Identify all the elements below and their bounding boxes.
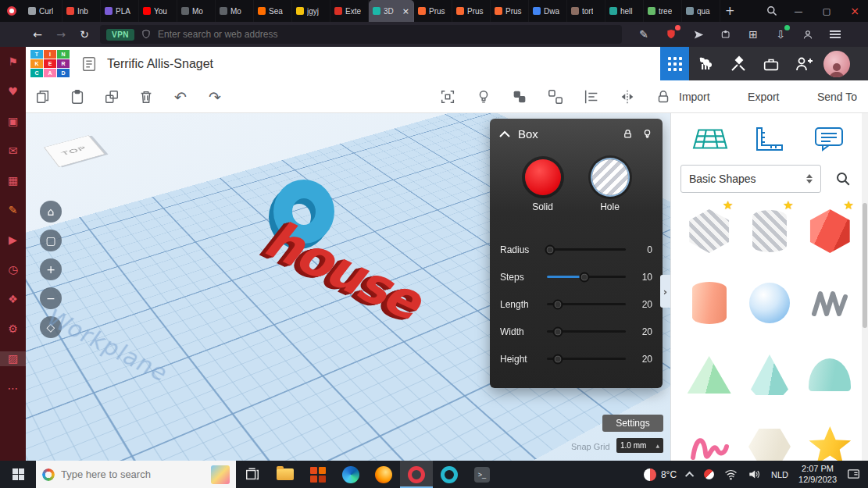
taskbar-search-input[interactable] xyxy=(61,468,205,480)
design-title[interactable]: Terrific Allis-Snaget xyxy=(107,57,213,71)
browser-tab[interactable]: You xyxy=(139,0,177,22)
taskbar-clock[interactable]: 2:07 PM 12/9/2023 xyxy=(798,464,837,486)
group-button[interactable] xyxy=(510,87,529,106)
slider-track[interactable] xyxy=(547,330,626,333)
language-indicator[interactable]: NLD xyxy=(771,470,788,479)
browser-tab[interactable]: 3D× xyxy=(369,0,414,22)
volume-icon[interactable] xyxy=(748,468,761,480)
copy-button[interactable] xyxy=(34,87,52,106)
back-button[interactable]: ← xyxy=(30,28,45,41)
browser-tab[interactable]: Prus xyxy=(452,0,491,22)
taskbar-search[interactable] xyxy=(36,461,236,488)
paste-button[interactable] xyxy=(68,87,87,106)
browser-tab[interactable]: tort xyxy=(567,0,605,22)
ruler-button[interactable] xyxy=(746,119,793,159)
browser-tab[interactable]: hell xyxy=(605,0,644,22)
tab-close-button[interactable]: × xyxy=(402,6,409,16)
slider-track[interactable] xyxy=(547,303,626,305)
slider-track[interactable] xyxy=(547,358,626,360)
import-button[interactable]: Import xyxy=(679,91,710,103)
hole-swatch[interactable] xyxy=(592,159,628,195)
shape-box[interactable]: ★ xyxy=(800,201,860,262)
solid-mode-button[interactable]: Solid xyxy=(525,159,561,212)
shape-search-button[interactable] xyxy=(827,165,859,193)
notes-button[interactable] xyxy=(805,119,852,159)
tools-icon[interactable] xyxy=(722,47,755,80)
shape-roof[interactable] xyxy=(800,344,860,405)
slider-handle[interactable] xyxy=(580,272,590,282)
view-cube[interactable]: TOP xyxy=(44,135,105,167)
show-all-button[interactable] xyxy=(438,87,457,106)
favorite-star-icon[interactable]: ★ xyxy=(783,198,793,212)
shape-sphere[interactable] xyxy=(739,272,799,333)
lock-icon[interactable] xyxy=(622,128,634,140)
slider-track[interactable] xyxy=(547,276,626,278)
task-view-button[interactable] xyxy=(236,461,269,488)
extensions-puzzle-icon[interactable] xyxy=(718,27,734,42)
browser-tab[interactable]: PLA xyxy=(101,0,139,22)
printer-icon[interactable]: ▣ xyxy=(0,114,26,129)
shape-cylinder[interactable] xyxy=(679,272,739,333)
account-icon[interactable] xyxy=(800,27,816,42)
viewport-3d[interactable]: TOP ⌂ ▢ + − ◇ Workplane house Box xyxy=(26,113,670,461)
3d-design-mode-button[interactable] xyxy=(660,47,689,80)
badge-icon[interactable]: ❖ xyxy=(0,292,26,307)
shape-category-select[interactable]: Basic Shapes xyxy=(680,165,821,193)
visibility-bulb-icon[interactable] xyxy=(641,128,653,140)
reload-button[interactable]: ↻ xyxy=(77,28,92,41)
browser-tab[interactable]: Curl xyxy=(24,0,63,22)
browser-tab[interactable]: Inb xyxy=(63,0,101,22)
workspaces-icon[interactable]: ⊞ xyxy=(745,27,761,42)
shape-text[interactable] xyxy=(679,416,739,461)
vpn-badge[interactable]: VPN xyxy=(106,29,134,41)
briefcase-icon[interactable] xyxy=(755,47,788,80)
send-to-button[interactable]: Send To xyxy=(817,91,857,103)
slider-handle[interactable] xyxy=(545,244,555,255)
play-icon[interactable]: ▶ xyxy=(0,233,26,248)
invite-person-icon[interactable] xyxy=(788,47,820,80)
calendar-icon[interactable]: ▦ xyxy=(0,173,26,188)
tray-expand-icon[interactable] xyxy=(685,471,694,479)
opera-taskbar-icon[interactable] xyxy=(400,461,433,488)
tinkercad-logo[interactable]: TINKERCAD xyxy=(30,50,70,77)
settings-button[interactable]: Settings xyxy=(602,415,663,432)
url-input[interactable] xyxy=(158,29,616,40)
solid-color-swatch[interactable] xyxy=(525,159,561,195)
menu-icon[interactable] xyxy=(827,27,843,42)
slider-track[interactable] xyxy=(547,248,626,251)
workplane-helper-button[interactable] xyxy=(687,119,734,159)
undo-button[interactable]: ↶ xyxy=(171,87,190,106)
browser-tab[interactable]: jgyj xyxy=(292,0,330,22)
browser-tab[interactable]: qua xyxy=(682,0,720,22)
window-minimize-button[interactable]: — xyxy=(785,0,812,22)
avatar[interactable] xyxy=(823,51,850,77)
heart-icon[interactable]: ♥ xyxy=(0,84,26,99)
ungroup-button[interactable] xyxy=(546,87,565,106)
edit-page-icon[interactable]: ✎ xyxy=(636,27,652,42)
forward-button[interactable]: → xyxy=(53,28,69,41)
browser-tab[interactable]: Exte xyxy=(330,0,369,22)
new-tab-button[interactable]: + xyxy=(725,0,735,22)
tab-search-icon[interactable] xyxy=(760,0,784,22)
scrollbar-thumb[interactable] xyxy=(863,203,867,328)
browser-tab[interactable]: Mo xyxy=(177,0,216,22)
share-send-icon[interactable] xyxy=(691,27,706,42)
favorite-star-icon[interactable]: ★ xyxy=(723,198,733,212)
shape-cylinder-hole[interactable]: ★ xyxy=(739,201,799,262)
network-icon[interactable] xyxy=(724,468,738,480)
home-view-button[interactable]: ⌂ xyxy=(40,201,62,223)
downloads-icon[interactable]: ⇩ xyxy=(773,27,788,42)
browser-tab[interactable]: Dwa xyxy=(529,0,567,22)
delete-button[interactable] xyxy=(137,87,155,106)
design-menu-icon[interactable] xyxy=(80,55,98,73)
paintbrush-icon[interactable]: ✎ xyxy=(0,203,26,218)
edge-icon[interactable] xyxy=(334,461,367,488)
light-bulb-button[interactable] xyxy=(474,87,493,106)
search-highlight-thumbnail[interactable] xyxy=(211,465,230,484)
browser-tab[interactable]: Prus xyxy=(491,0,529,22)
browser-tab[interactable]: Sea xyxy=(254,0,292,22)
address-bar[interactable]: VPN xyxy=(100,25,622,44)
duplicate-button[interactable] xyxy=(102,87,121,106)
scrollbar[interactable] xyxy=(862,113,868,461)
more-icon[interactable]: ⋯ xyxy=(0,381,26,396)
